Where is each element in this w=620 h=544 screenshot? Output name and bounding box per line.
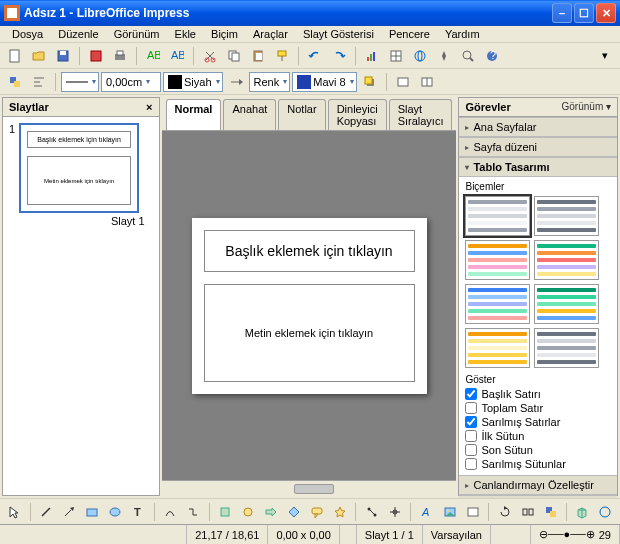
toolbar-overflow-icon[interactable]: ▾: [594, 45, 616, 67]
fontwork-tool[interactable]: A: [416, 501, 437, 523]
menu-tools[interactable]: Araçlar: [247, 25, 294, 43]
show-option[interactable]: Toplam Satır: [465, 401, 611, 415]
stars-tool[interactable]: [329, 501, 350, 523]
slides-panel-close-icon[interactable]: ×: [146, 101, 152, 113]
navigator-button[interactable]: [433, 45, 455, 67]
section-custom-animation[interactable]: ▸Canlandırmayı Özelleştir: [459, 475, 617, 495]
tab-sorter[interactable]: Slayt Sıralayıcı: [389, 99, 453, 130]
show-option[interactable]: Sarılmış Satırlar: [465, 415, 611, 429]
slide-thumb[interactable]: 1 Başlık eklemek için tıklayın Metin ekl…: [9, 123, 153, 213]
help-button[interactable]: ?: [481, 45, 503, 67]
arrow-tool[interactable]: [59, 501, 80, 523]
open-button[interactable]: [28, 45, 50, 67]
menu-format[interactable]: Biçim: [205, 25, 244, 43]
interaction-tool[interactable]: [595, 501, 616, 523]
save-button[interactable]: [52, 45, 74, 67]
line-color-select[interactable]: Siyah▾: [163, 72, 223, 92]
align-button[interactable]: [28, 71, 50, 93]
select-tool[interactable]: [4, 501, 25, 523]
table-style-swatch[interactable]: [534, 196, 599, 236]
table-style-swatch[interactable]: [465, 240, 530, 280]
gallery-tool[interactable]: [462, 501, 483, 523]
table-style-swatch[interactable]: [534, 284, 599, 324]
fill-color-select[interactable]: Mavi 8▾: [292, 72, 356, 92]
alignment-tool[interactable]: [517, 501, 538, 523]
show-option[interactable]: Sarılmış Sütunlar: [465, 457, 611, 471]
block-arrows-tool[interactable]: [261, 501, 282, 523]
new-button[interactable]: [4, 45, 26, 67]
arrange-tool[interactable]: [540, 501, 561, 523]
curve-tool[interactable]: [160, 501, 181, 523]
flowchart-tool[interactable]: [284, 501, 305, 523]
body-placeholder[interactable]: Metin eklemek için tıklayın: [204, 284, 415, 382]
tab-outline[interactable]: Anahat: [223, 99, 276, 130]
menu-file[interactable]: Dosya: [6, 25, 49, 43]
tab-notes[interactable]: Notlar: [278, 99, 325, 130]
glue-tool[interactable]: [384, 501, 405, 523]
line-tool[interactable]: [36, 501, 57, 523]
minimize-button[interactable]: –: [552, 3, 572, 23]
canvas-area[interactable]: Başlık eklemek için tıklayın Metin eklem…: [162, 131, 457, 480]
menu-window[interactable]: Pencere: [383, 25, 436, 43]
section-layouts[interactable]: ▸Sayfa düzeni: [459, 137, 617, 157]
fill-type-select[interactable]: Renk▾: [249, 72, 291, 92]
horizontal-scrollbar[interactable]: [162, 480, 457, 496]
maximize-button[interactable]: ☐: [574, 3, 594, 23]
export-pdf-button[interactable]: [85, 45, 107, 67]
show-option[interactable]: Başlık Satırı: [465, 387, 611, 401]
section-table-design[interactable]: ▾Tablo Tasarımı: [459, 157, 617, 177]
tab-normal[interactable]: Normal: [166, 99, 222, 130]
points-tool[interactable]: [361, 501, 382, 523]
format-paint-button[interactable]: [271, 45, 293, 67]
table-style-swatch[interactable]: [465, 284, 530, 324]
table-style-swatch[interactable]: [534, 328, 599, 368]
slide-design-button[interactable]: [392, 71, 414, 93]
menu-view[interactable]: Görünüm: [108, 25, 166, 43]
svg-rect-41: [398, 78, 408, 86]
menu-help[interactable]: Yardım: [439, 25, 486, 43]
callout-tool[interactable]: [306, 501, 327, 523]
section-master-pages[interactable]: ▸Ana Sayfalar: [459, 117, 617, 137]
text-tool[interactable]: T: [128, 501, 149, 523]
symbol-shapes-tool[interactable]: [238, 501, 259, 523]
autospell-button[interactable]: ABC: [166, 45, 188, 67]
arrange-button[interactable]: [4, 71, 26, 93]
tab-handout[interactable]: Dinleyici Kopyası: [328, 99, 387, 130]
slide-canvas[interactable]: Başlık eklemek için tıklayın Metin eklem…: [192, 218, 427, 394]
print-button[interactable]: [109, 45, 131, 67]
line-width-input[interactable]: 0,00cm▾: [101, 72, 161, 92]
menu-slideshow[interactable]: Slayt Gösterisi: [297, 25, 380, 43]
table-style-swatch[interactable]: [465, 196, 530, 236]
table-style-swatch[interactable]: [465, 328, 530, 368]
rect-tool[interactable]: [82, 501, 103, 523]
title-placeholder[interactable]: Başlık eklemek için tıklayın: [204, 230, 415, 272]
cut-button[interactable]: [199, 45, 221, 67]
menu-insert[interactable]: Ekle: [169, 25, 202, 43]
show-option[interactable]: İlk Sütun: [465, 429, 611, 443]
basic-shapes-tool[interactable]: [215, 501, 236, 523]
from-file-tool[interactable]: [439, 501, 460, 523]
table-button[interactable]: [385, 45, 407, 67]
zoom-button[interactable]: [457, 45, 479, 67]
rotate-tool[interactable]: [494, 501, 515, 523]
close-button[interactable]: ✕: [596, 3, 616, 23]
extrusion-tool[interactable]: [572, 501, 593, 523]
status-zoom[interactable]: ⊖──●──⊕29: [531, 525, 620, 544]
task-pane-view-menu[interactable]: Görünüm ▾: [562, 101, 611, 113]
ellipse-tool[interactable]: [105, 501, 126, 523]
undo-button[interactable]: [304, 45, 326, 67]
table-style-swatch[interactable]: [534, 240, 599, 280]
spellcheck-button[interactable]: ABC: [142, 45, 164, 67]
shadow-button[interactable]: [359, 71, 381, 93]
slide-layout-button[interactable]: [416, 71, 438, 93]
menu-edit[interactable]: Düzenle: [52, 25, 104, 43]
hyperlink-button[interactable]: [409, 45, 431, 67]
line-style-select[interactable]: ▾: [61, 72, 99, 92]
connector-tool[interactable]: [183, 501, 204, 523]
copy-button[interactable]: [223, 45, 245, 67]
redo-button[interactable]: [328, 45, 350, 67]
chart-button[interactable]: [361, 45, 383, 67]
show-option[interactable]: Son Sütun: [465, 443, 611, 457]
paste-button[interactable]: [247, 45, 269, 67]
line-end-button[interactable]: [225, 71, 247, 93]
